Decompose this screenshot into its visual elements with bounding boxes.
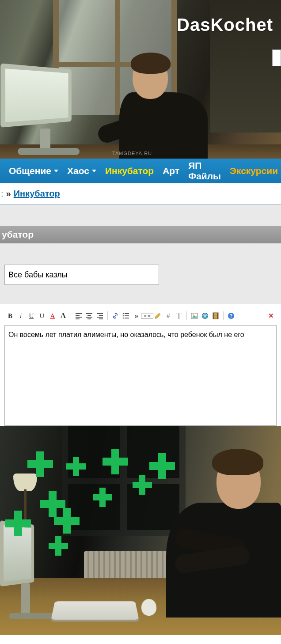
hash-button[interactable]: # — [163, 311, 173, 321]
meme-panel-top: DasKochet TAMGDEYA.RU — [0, 0, 281, 159]
section-title-fragment: убатор — [2, 229, 34, 240]
globe-icon — [201, 312, 209, 319]
align-center-button[interactable] — [84, 311, 94, 321]
link-button[interactable] — [110, 311, 120, 321]
section-heading: убатор — [0, 226, 281, 243]
help-button[interactable]: ? — [226, 311, 236, 321]
font-size-button[interactable]: A — [58, 311, 68, 321]
person-satisfied — [148, 441, 281, 635]
nav-item-art[interactable]: Арт — [158, 159, 184, 183]
nav-item-files[interactable]: ЯП Файлы — [184, 159, 225, 183]
video-button[interactable] — [211, 311, 220, 321]
help-icon: ? — [228, 312, 235, 319]
nav-label: Арт — [163, 166, 179, 176]
toolbar-separator — [223, 311, 224, 320]
list-icon — [122, 312, 129, 319]
nav-item-incubator[interactable]: Инкубатор — [101, 159, 158, 183]
editor-toolbar: B i U U A A » HIDE # T — [4, 309, 277, 322]
underline-button[interactable]: U — [27, 311, 36, 321]
nav-label: Общение — [9, 166, 51, 176]
rich-text-editor: B i U U A A » HIDE # T — [0, 304, 281, 426]
align-left-button[interactable] — [74, 311, 84, 321]
chevron-down-icon — [54, 170, 58, 172]
nav-label: Хаос — [67, 166, 89, 176]
link-icon — [112, 312, 119, 319]
svg-rect-8 — [213, 313, 214, 319]
toolbar-separator — [107, 311, 108, 320]
nav-label: ЯП Файлы — [188, 160, 221, 182]
breadcrumb-link-incubator[interactable]: Инкубатор — [14, 189, 60, 199]
post-form — [0, 243, 281, 293]
align-center-icon — [86, 312, 93, 319]
main-nav: Общение Хаос Инкубатор Арт ЯП Файлы Экск… — [0, 159, 281, 183]
bold-button[interactable]: B — [5, 311, 15, 321]
nav-label: Экскурсии — [230, 166, 278, 176]
image-icon — [191, 312, 198, 319]
toolbar-separator — [71, 311, 71, 320]
spacer — [0, 205, 281, 226]
toolbar-separator — [186, 311, 187, 320]
monitor — [0, 58, 93, 155]
nav-item-excursions[interactable]: Экскурсии — [225, 159, 281, 183]
quote-button[interactable]: » — [132, 311, 141, 321]
editor-textarea[interactable]: Он восемь лет платил алименты, но оказал… — [4, 325, 277, 426]
italic-button[interactable]: i — [16, 311, 26, 321]
align-left-icon — [75, 312, 82, 319]
svg-point-5 — [193, 314, 194, 315]
chevron-down-icon — [92, 170, 96, 172]
post-title-input[interactable] — [4, 265, 159, 285]
pencil-icon — [154, 312, 161, 319]
username-overlay: DasKochet — [177, 15, 273, 35]
breadcrumb: : » Инкубатор — [0, 183, 281, 205]
strike-button[interactable]: U — [37, 311, 47, 321]
font-color-button[interactable]: A — [48, 311, 57, 321]
svg-point-2 — [123, 318, 124, 319]
hide-icon: HIDE — [141, 314, 153, 318]
film-icon — [212, 312, 219, 319]
person-typing — [115, 48, 203, 159]
text-button[interactable]: T — [174, 311, 184, 321]
svg-point-0 — [123, 313, 124, 314]
align-right-icon — [96, 312, 103, 319]
breadcrumb-leading: : — [1, 189, 4, 199]
list-button[interactable] — [121, 311, 131, 321]
svg-rect-9 — [217, 313, 218, 319]
image-button[interactable] — [190, 311, 199, 321]
align-right-button[interactable] — [95, 311, 105, 321]
watermark-text: TAMGDEYA.RU — [112, 151, 152, 156]
clear-button[interactable]: ✕ — [266, 311, 276, 321]
edge-input-fragment — [272, 49, 281, 66]
svg-text:?: ? — [230, 313, 233, 318]
edit-button[interactable] — [153, 311, 163, 321]
breadcrumb-separator: » — [6, 189, 11, 199]
spacer — [0, 293, 281, 304]
nav-label: Инкубатор — [105, 166, 154, 176]
media-button[interactable] — [200, 311, 210, 321]
nav-item-chaos[interactable]: Хаос — [63, 159, 101, 183]
svg-point-1 — [123, 315, 124, 317]
nav-item-communication[interactable]: Общение — [4, 159, 63, 183]
keyboard — [51, 601, 139, 620]
monitor — [0, 494, 62, 626]
meme-panel-bottom — [0, 426, 281, 635]
spoiler-button[interactable]: HIDE — [142, 311, 152, 321]
